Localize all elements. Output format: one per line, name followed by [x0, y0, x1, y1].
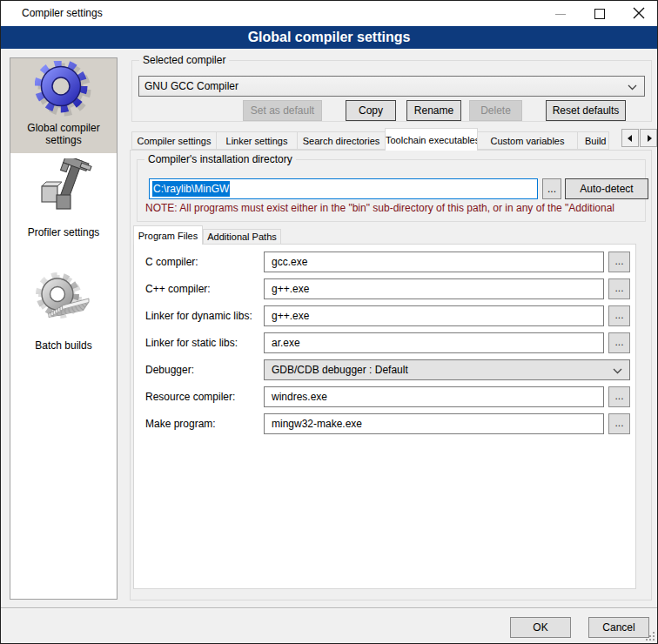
linker-for-dynamic-libs-input[interactable]: g++.exe	[264, 305, 604, 326]
chevron-down-icon	[628, 84, 637, 91]
arrow-left-icon	[628, 135, 632, 142]
c-compiler-input[interactable]: g++.exe	[264, 278, 604, 299]
maximize-button[interactable]	[587, 1, 613, 26]
tab-custom-variables[interactable]: Custom variables	[477, 131, 578, 150]
compiler-select-value: GNU GCC Compiler	[144, 80, 238, 92]
tab-linker-settings[interactable]: Linker settings	[216, 131, 298, 150]
cancel-button[interactable]: Cancel	[588, 617, 649, 638]
tab-build-options[interactable]: Build options	[577, 131, 609, 150]
close-icon	[626, 1, 652, 26]
footer-separator	[1, 607, 657, 609]
make-program-browse-button[interactable]: ...	[608, 413, 630, 434]
tab-search-directories[interactable]: Search directories	[297, 131, 386, 150]
debugger-select[interactable]: GDB/CDB debugger : Default	[264, 359, 630, 380]
tab-toolchain-executables[interactable]: Toolchain executables	[385, 128, 478, 151]
window-title: Compiler settings	[22, 1, 103, 26]
compiler-select[interactable]: GNU GCC Compiler	[138, 76, 645, 97]
c-compiler-browse-button[interactable]: ...	[608, 252, 630, 272]
resource-compiler-browse-button[interactable]: ...	[608, 386, 630, 407]
c-compiler-label: C compiler:	[145, 252, 198, 272]
linker-for-dynamic-libs-label: Linker for dynamic libs:	[145, 305, 252, 326]
resize-grip[interactable]	[644, 630, 655, 641]
resource-compiler-label: Resource compiler:	[145, 386, 235, 407]
selected-compiler-legend: Selected compiler	[139, 54, 229, 66]
sidebar-item-label: Profiler settings	[10, 226, 117, 238]
delete-button[interactable]: Delete	[469, 100, 522, 121]
ok-button[interactable]: OK	[510, 617, 571, 638]
autodetect-button[interactable]: Auto-detect	[565, 178, 648, 199]
minimize-button[interactable]	[547, 1, 574, 26]
make-program-label: Make program:	[145, 413, 216, 434]
chevron-down-icon	[613, 368, 622, 374]
sidebar-item-batch-builds[interactable]: Batch builds	[10, 270, 117, 367]
installation-dir-input[interactable]: C:\raylib\MinGW	[149, 178, 538, 199]
rename-button[interactable]: Rename	[406, 100, 461, 121]
c-compiler-label: C++ compiler:	[145, 278, 211, 299]
c-compiler-browse-button[interactable]: ...	[608, 278, 630, 299]
set-as-default-button[interactable]: Set as default	[243, 100, 322, 121]
subtab-program-files[interactable]: Program Files	[133, 225, 203, 245]
subtab-label: Program Files	[138, 231, 198, 241]
tab-compiler-settings[interactable]: Compiler settings	[131, 131, 217, 150]
tab-scroll-left-button[interactable]	[621, 129, 639, 147]
linker-for-static-libs-browse-button[interactable]: ...	[608, 332, 630, 353]
caliper-icon	[35, 158, 92, 216]
browse-dir-button[interactable]: ...	[542, 178, 561, 199]
subtab-additional-paths[interactable]: Additional Paths	[203, 229, 281, 245]
maximize-icon	[594, 9, 605, 19]
copy-button[interactable]: Copy	[346, 100, 396, 121]
sidebar-item-label: Batch builds	[10, 339, 117, 352]
tab-label: Build options	[578, 136, 609, 146]
subtab-label: Additional Paths	[207, 231, 277, 242]
category-list: Global compiler settings Profiler settin…	[10, 57, 118, 600]
note-text: NOTE: All programs must exist either in …	[145, 202, 643, 214]
reset-defaults-button[interactable]: Reset defaults	[546, 100, 626, 121]
installation-dir-legend: Compiler's installation directory	[144, 153, 296, 165]
linker-for-static-libs-input[interactable]: ar.exe	[264, 332, 604, 353]
debugger-label: Debugger:	[145, 359, 194, 380]
sidebar-item-profiler-settings[interactable]: Profiler settings	[10, 157, 117, 254]
installation-dir-selected-text: C:\raylib\MinGW	[152, 181, 230, 197]
gray-gear-stack-icon	[35, 272, 92, 329]
sidebar-item-label: Global compiler settings	[10, 122, 117, 146]
titlebar: Compiler settings	[1, 1, 657, 26]
sidebar-item-global-compiler-settings[interactable]: Global compiler settings	[10, 58, 117, 153]
blue-gear-icon	[35, 61, 92, 118]
linker-for-dynamic-libs-browse-button[interactable]: ...	[608, 305, 630, 326]
make-program-input[interactable]: mingw32-make.exe	[264, 413, 604, 434]
dialog-header: Global compiler settings	[1, 26, 657, 49]
resource-compiler-input[interactable]: windres.exe	[264, 386, 604, 407]
close-button[interactable]	[626, 1, 652, 26]
tab-scroll-right-button[interactable]	[640, 129, 657, 147]
minimize-icon	[555, 14, 566, 15]
compiler-settings-window: Compiler settings Global compiler settin…	[0, 0, 658, 644]
arrow-right-icon	[648, 135, 652, 142]
linker-for-static-libs-label: Linker for static libs:	[145, 332, 238, 353]
c-compiler-input[interactable]: gcc.exe	[264, 252, 604, 272]
